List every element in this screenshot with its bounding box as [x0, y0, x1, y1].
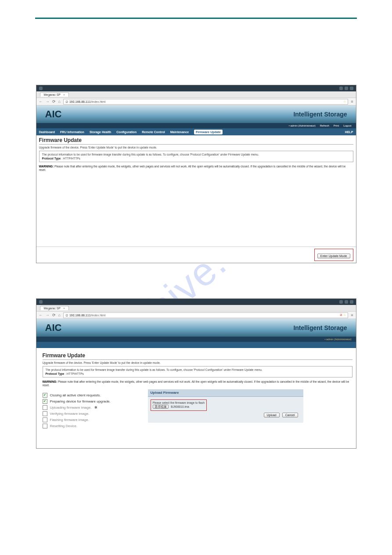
nav-firmware-update[interactable]: Firmware Update — [194, 130, 223, 134]
protocol-type-value: : HTTP/HTTPs — [65, 372, 84, 375]
choose-file-button[interactable]: 選擇檔案 — [153, 405, 169, 409]
nav-configuration[interactable]: Configuration — [116, 131, 137, 134]
browser-tab[interactable]: Megarac SP × — [40, 92, 69, 97]
protocol-type-label: Protocol Type — [42, 157, 61, 160]
warning-label: WARNING: — [39, 165, 54, 168]
userbar-logout[interactable]: Logout — [343, 124, 351, 127]
nav-help[interactable]: HELP — [345, 131, 353, 134]
page-title: Firmware Update — [39, 137, 353, 145]
upload-button[interactable]: Upload — [264, 413, 280, 417]
browser-tab[interactable]: Megarac SP × — [40, 306, 69, 310]
window-close-icon[interactable] — [350, 87, 353, 90]
address-bar[interactable]: 🗋 192.168.88.111/index.html ⊘ ☆ — [63, 312, 348, 318]
userbar-print[interactable]: Print — [334, 124, 339, 127]
status-step-3: Uploading firmware image. ✻ — [43, 405, 139, 410]
status-label: Closing all active client requests. — [50, 393, 101, 397]
tagline: Intelligent Storage — [293, 324, 347, 331]
nav-back-icon[interactable]: ← — [39, 313, 43, 317]
protocol-info-text: The protocol information to be used for … — [46, 368, 349, 371]
cancel-button[interactable]: Cancel — [282, 413, 298, 417]
app-banner: AIC Intelligent Storage — [36, 319, 356, 337]
checkbox-icon — [43, 424, 47, 428]
window-titlebar — [36, 299, 356, 305]
browser-toolbar: ← → ⟳ ⌂ 🗋 192.168.88.111/index.html ☆ ≡ — [36, 98, 356, 105]
nav-fru[interactable]: FRU Information — [60, 131, 84, 134]
navbar: Dashboard FRU Information Storage Health… — [36, 128, 356, 135]
stop-icon[interactable]: ⊘ — [340, 313, 342, 316]
window-min-icon[interactable] — [339, 87, 343, 90]
browser-toolbar: ← → ⟳ ⌂ 🗋 192.168.88.111/index.html ⊘ ☆ … — [36, 312, 356, 319]
page-subtitle: Upgrade firmware of the device. Press 'E… — [39, 146, 353, 149]
checkbox-icon — [43, 411, 47, 416]
content-area-1: Firmware Update Upgrade firmware of the … — [36, 135, 356, 247]
selected-file-name: BJ908010.ima — [171, 405, 189, 408]
warning-text: WARNING: Please note that after entering… — [39, 165, 353, 172]
highlight-outline: Enter Update Mode — [314, 249, 353, 261]
protocol-infobox: The protocol information to be used for … — [43, 366, 352, 377]
status-step-6: Resetting Device. — [43, 424, 139, 428]
top-rule — [35, 18, 357, 19]
tab-title: Megarac SP — [44, 93, 61, 96]
nav-fwd-icon[interactable]: → — [46, 99, 50, 104]
nav-remote-control[interactable]: Remote Control — [142, 131, 165, 134]
userbar-user: • admin (Administrator) — [289, 124, 316, 127]
window-min-icon[interactable] — [339, 300, 343, 304]
status-label: Uploading firmware image. — [50, 406, 92, 410]
status-label: Verifying firmware image. — [50, 412, 90, 416]
titlebar-icon — [39, 300, 43, 304]
page-subtitle: Upgrade firmware of the device. Press 'E… — [43, 361, 352, 364]
protocol-infobox: The protocol information to be used for … — [39, 151, 353, 162]
browser-menu-icon[interactable]: ≡ — [351, 313, 353, 317]
protocol-type-label: Protocol Type — [46, 372, 65, 375]
screenshot-1: Megarac SP × ← → ⟳ ⌂ 🗋 192.168.88.111/in… — [36, 85, 356, 263]
nav-fwd-icon[interactable]: → — [46, 313, 50, 317]
nav-reload-icon[interactable]: ⟳ — [52, 99, 56, 104]
userbar-user: • admin (Administrator) — [324, 338, 351, 341]
nav-home-icon[interactable]: ⌂ — [58, 99, 61, 104]
window-max-icon[interactable] — [345, 300, 348, 304]
warning-body: Please note that after entering the upda… — [43, 380, 349, 387]
browser-tab-row: Megarac SP × — [36, 91, 356, 98]
nav-back-icon[interactable]: ← — [39, 99, 43, 104]
nav-dashboard[interactable]: Dashboard — [39, 131, 55, 134]
content-area-2: Firmware Update Upgrade firmware of the … — [36, 348, 356, 448]
highlight-outline: Please select the firmware image to flas… — [151, 399, 207, 411]
checkbox-icon: ✔ — [43, 399, 47, 404]
tab-close-icon[interactable]: × — [63, 93, 65, 96]
bookmark-icon[interactable]: ☆ — [343, 313, 346, 316]
nav-maintenance[interactable]: Maintenance — [170, 131, 189, 134]
userbar: • admin (Administrator) Refresh Print Lo… — [36, 123, 356, 128]
window-close-icon[interactable] — [350, 300, 353, 304]
address-bar[interactable]: 🗋 192.168.88.111/index.html ☆ — [63, 99, 348, 105]
status-label: Preparing device for firmware upgrade. — [50, 399, 111, 403]
nav-home-icon[interactable]: ⌂ — [58, 313, 61, 317]
app-banner: AIC Intelligent Storage — [36, 105, 356, 123]
status-step-4: Verifying firmware image. — [43, 411, 139, 416]
warning-label: WARNING: — [43, 380, 58, 383]
userbar-refresh[interactable]: Refresh — [320, 124, 329, 127]
url-host: 192.168.88.111 — [69, 100, 91, 103]
browser-menu-icon[interactable]: ≡ — [351, 99, 353, 104]
spinner-icon: ✻ — [94, 406, 97, 410]
url-host: 192.168.88.111 — [69, 314, 91, 317]
update-status-list: ✔ Closing all active client requests. ✔ … — [43, 393, 139, 430]
nav-storage-health[interactable]: Storage Health — [90, 131, 111, 134]
page-title: Firmware Update — [43, 352, 352, 360]
enter-update-mode-button[interactable]: Enter Update Mode — [317, 254, 350, 258]
upload-panel-header: Upload Firmware — [148, 389, 303, 397]
tab-close-icon[interactable]: × — [63, 307, 65, 310]
window-titlebar — [36, 85, 356, 91]
screenshot-2: Megarac SP × ← → ⟳ ⌂ 🗋 192.168.88.111/in… — [36, 298, 356, 448]
checkbox-icon — [43, 417, 47, 422]
url-path: /index.html — [91, 100, 106, 103]
window-max-icon[interactable] — [345, 87, 348, 90]
nav-reload-icon[interactable]: ⟳ — [52, 313, 56, 317]
userbar: • admin (Administrator) — [36, 337, 356, 342]
upload-firmware-panel: Upload Firmware Please select the firmwa… — [148, 389, 303, 423]
logo: AIC — [45, 322, 62, 334]
bookmark-icon[interactable]: ☆ — [343, 100, 346, 103]
titlebar-icon — [39, 87, 43, 90]
protocol-info-text: The protocol information to be used for … — [42, 153, 350, 156]
browser-tab-row: Megarac SP × — [36, 305, 356, 312]
tab-title: Megarac SP — [44, 307, 61, 310]
